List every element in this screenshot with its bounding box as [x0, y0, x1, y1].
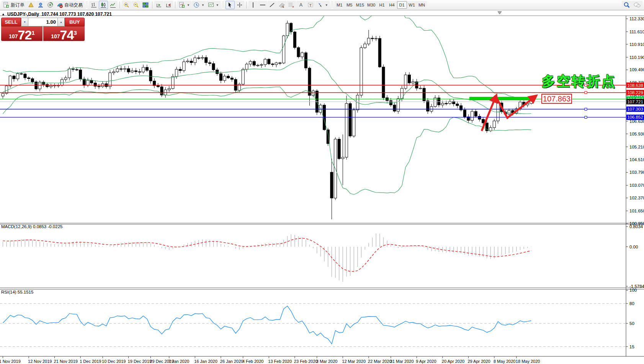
- community-button[interactable]: [36, 1, 45, 9]
- svg-text:18 May 2020: 18 May 2020: [516, 359, 540, 364]
- autotrading-button[interactable]: 自动交易: [55, 1, 84, 9]
- candlestick-chart-icon: [100, 2, 106, 8]
- svg-text:26 Jan 2020: 26 Jan 2020: [220, 359, 244, 364]
- indicators-icon: [179, 2, 185, 8]
- turning-point-annotation[interactable]: 多空转折点: [542, 72, 616, 90]
- tile-windows-button[interactable]: [141, 1, 150, 9]
- bid-pips: 72: [18, 29, 32, 41]
- svg-text:0.8034: 0.8034: [629, 224, 643, 229]
- chat-icon: [633, 2, 641, 8]
- indicators-button[interactable]: ▼: [177, 1, 191, 9]
- line-chart-icon: [110, 2, 116, 8]
- bid-price[interactable]: 107 72 1: [1, 26, 42, 41]
- price-annotation-box[interactable]: 107.863: [541, 94, 572, 104]
- new-order-icon: [3, 2, 9, 8]
- toolbar-grip: [331, 2, 333, 8]
- profiles-button[interactable]: [26, 1, 36, 9]
- zoom-out-button[interactable]: [131, 1, 141, 9]
- periods-button[interactable]: ▼: [192, 1, 206, 9]
- line-chart-button[interactable]: [108, 1, 118, 9]
- svg-text:112.330: 112.330: [629, 16, 644, 21]
- svg-text:8 May 2020: 8 May 2020: [494, 359, 515, 364]
- text-tool-button[interactable]: A: [296, 1, 306, 9]
- crosshair-tool-button[interactable]: [235, 1, 244, 9]
- ask-price[interactable]: 107 74 3: [43, 26, 85, 41]
- ohlc-values: 107.744 107.773 107.620 107.721: [41, 11, 112, 17]
- signals-button[interactable]: [46, 1, 55, 9]
- svg-text:105.210: 105.210: [629, 145, 644, 149]
- volume-decrease-button[interactable]: ▼: [21, 18, 28, 26]
- dropdown-arrow-icon: ▼: [201, 3, 204, 7]
- autotrading-icon: [57, 2, 63, 8]
- candles-layer: [2, 21, 533, 219]
- price-lines: [0, 84, 626, 119]
- timeframe-m15-button[interactable]: M15: [355, 1, 366, 9]
- timeframe-m1-button[interactable]: M1: [335, 1, 345, 9]
- arrows-tool-button[interactable]: ▼: [315, 1, 330, 9]
- price-axis[interactable]: 112.330111.610110.910110.190109.490108.7…: [626, 16, 644, 226]
- line-handle[interactable]: [585, 116, 587, 118]
- chart-shift-marker[interactable]: [498, 11, 502, 14]
- bid-point: 1: [31, 26, 34, 39]
- timeframe-w1-button[interactable]: W1: [407, 1, 417, 9]
- bar-chart-button[interactable]: [89, 1, 98, 9]
- svg-text:80: 80: [629, 301, 634, 306]
- toolbar-grip: [86, 2, 88, 8]
- dropdown-arrow-icon: ▼: [187, 3, 190, 7]
- svg-text:31 Mar 2020: 31 Mar 2020: [390, 359, 414, 364]
- auto-scroll-icon: [156, 2, 162, 8]
- symbol-period-label: USDJPY-,Daily: [7, 11, 39, 17]
- zoom-in-button[interactable]: [122, 1, 131, 9]
- channel-icon: E: [279, 2, 285, 8]
- timeframe-mn-button[interactable]: MN: [417, 1, 427, 9]
- label-tool-button[interactable]: T: [306, 1, 315, 9]
- search-button[interactable]: [622, 1, 632, 9]
- svg-text:E: E: [283, 6, 284, 8]
- signals-icon: [47, 2, 53, 8]
- timeframe-h1-button[interactable]: H1: [377, 1, 387, 9]
- toolbar-separator: [152, 2, 152, 8]
- bar-chart-icon: [91, 2, 97, 8]
- timeframe-m30-button[interactable]: M30: [366, 1, 377, 9]
- horizontal-line-tool-button[interactable]: [258, 1, 267, 9]
- chat-button[interactable]: [632, 1, 642, 9]
- new-order-button[interactable]: 新订单: [2, 1, 26, 9]
- support-zone-bar[interactable]: [469, 97, 533, 100]
- collapse-panel-arrow[interactable]: ▲: [2, 12, 5, 16]
- templates-button[interactable]: ▼: [206, 1, 221, 9]
- volume-increase-button[interactable]: ▲: [57, 18, 65, 26]
- trendline-tool-button[interactable]: [268, 1, 277, 9]
- sell-button[interactable]: SELL: [1, 18, 21, 26]
- timeframe-m5-button[interactable]: M5: [345, 1, 355, 9]
- one-click-trade-panel: SELL ▼ ▲ BUY 107 72 1 107 74 3: [1, 18, 85, 41]
- dropdown-arrow-icon: ▼: [325, 3, 328, 7]
- channel-tool-button[interactable]: E: [277, 1, 286, 9]
- cursor-tool-button[interactable]: [226, 1, 235, 9]
- time-axis[interactable]: 1 Nov 201912 Nov 201921 Nov 20191 Dec 20…: [0, 356, 540, 364]
- rsi-axis: 100805015: [626, 288, 637, 349]
- candlestick-chart-button[interactable]: [99, 1, 108, 9]
- line-handle[interactable]: [585, 108, 587, 110]
- chart-title: ▲ USDJPY-,Daily 107.744 107.773 107.620 …: [2, 11, 112, 17]
- line-handle[interactable]: [585, 91, 587, 94]
- timeframe-d1-button[interactable]: D1: [397, 1, 407, 9]
- svg-text:15: 15: [629, 344, 634, 349]
- autotrading-label: 自动交易: [64, 2, 83, 8]
- chart-shift-button[interactable]: [164, 1, 173, 9]
- crosshair-icon: [237, 2, 243, 8]
- templates-icon: [208, 2, 214, 8]
- fibonacci-icon: F: [288, 2, 294, 8]
- auto-scroll-button[interactable]: [154, 1, 163, 9]
- buy-button[interactable]: BUY: [65, 18, 85, 26]
- svg-text:103.070: 103.070: [629, 183, 644, 188]
- chart-canvas[interactable]: 112.330111.610110.910110.190109.490108.7…: [0, 0, 644, 364]
- fibonacci-tool-button[interactable]: F: [287, 1, 296, 9]
- svg-text:20 Apr 2020: 20 Apr 2020: [442, 359, 464, 364]
- svg-text:109.490: 109.490: [629, 67, 644, 72]
- spinner-down-icon: ▼: [23, 21, 26, 23]
- volume-input[interactable]: [28, 18, 57, 26]
- vertical-line-tool-button[interactable]: [248, 1, 258, 9]
- trendline-icon: [269, 2, 275, 8]
- svg-text:102.370: 102.370: [629, 196, 644, 200]
- timeframe-h4-button[interactable]: H4: [387, 1, 397, 9]
